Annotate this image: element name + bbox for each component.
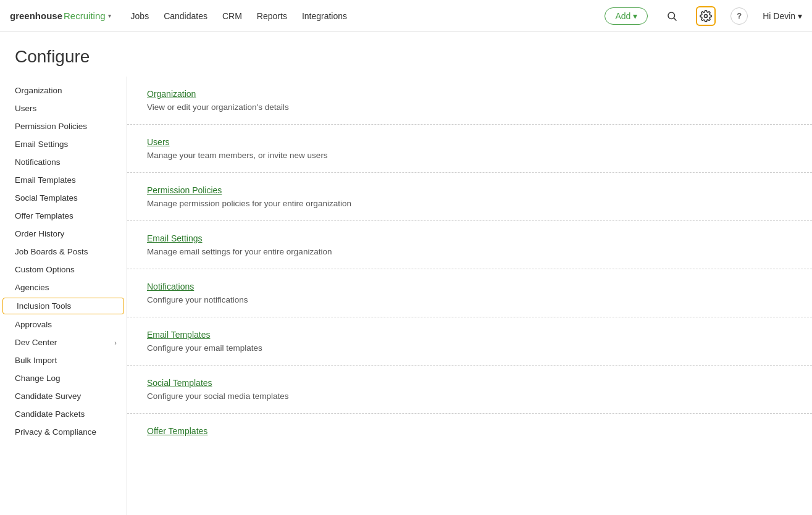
- sidebar-item-email-settings[interactable]: Email Settings: [0, 135, 127, 153]
- sidebar-label-privacy-compliance: Privacy & Compliance: [15, 427, 96, 437]
- svg-line-1: [674, 18, 677, 20]
- sidebar-item-organization[interactable]: Organization: [0, 82, 127, 99]
- search-button[interactable]: [663, 7, 681, 25]
- help-icon: ?: [737, 11, 742, 20]
- sidebar-item-email-templates[interactable]: Email Templates: [0, 171, 127, 189]
- sidebar: OrganizationUsersPermission PoliciesEmai…: [0, 77, 127, 515]
- add-button[interactable]: Add ▾: [605, 7, 648, 25]
- gear-icon: [700, 10, 712, 22]
- sidebar-label-users: Users: [15, 104, 36, 113]
- sidebar-label-dev-center: Dev Center: [15, 338, 57, 347]
- sidebar-label-bulk-import: Bulk Import: [15, 356, 57, 365]
- sidebar-label-offer-templates: Offer Templates: [15, 211, 73, 220]
- configure-desc-email-settings: Manage email settings for your entire or…: [147, 247, 792, 256]
- user-label: Hi Devin ▾: [763, 11, 802, 21]
- sidebar-chevron-dev-center: ›: [114, 339, 117, 346]
- user-menu[interactable]: Hi Devin ▾: [763, 11, 802, 21]
- search-icon: [666, 10, 677, 22]
- configure-title-social-templates[interactable]: Social Templates: [147, 378, 212, 388]
- sidebar-item-social-templates[interactable]: Social Templates: [0, 189, 127, 207]
- sidebar-label-organization: Organization: [15, 86, 62, 95]
- logo-recruiting: Recruiting: [64, 10, 106, 21]
- configure-desc-email-templates: Configure your email templates: [147, 343, 792, 353]
- nav-jobs[interactable]: Jobs: [131, 11, 149, 21]
- logo[interactable]: greenhouse Recruiting ▾: [10, 10, 111, 21]
- configure-item-email-templates: Email TemplatesConfigure your email temp…: [127, 317, 812, 366]
- configure-item-permission-policies: Permission PoliciesManage permission pol…: [127, 173, 812, 221]
- sidebar-item-permission-policies[interactable]: Permission Policies: [0, 117, 127, 135]
- configure-item-social-templates: Social TemplatesConfigure your social me…: [127, 366, 812, 414]
- sidebar-label-notifications: Notifications: [15, 157, 61, 167]
- configure-item-organization: OrganizationView or edit your organizati…: [127, 77, 812, 125]
- sidebar-item-order-history[interactable]: Order History: [0, 225, 127, 243]
- sidebar-item-users[interactable]: Users: [0, 99, 127, 117]
- sidebar-item-notifications[interactable]: Notifications: [0, 153, 127, 171]
- configure-title-email-settings[interactable]: Email Settings: [147, 233, 202, 243]
- configure-title-permission-policies[interactable]: Permission Policies: [147, 185, 222, 195]
- sidebar-label-email-settings: Email Settings: [15, 140, 68, 149]
- svg-point-0: [668, 12, 675, 19]
- sidebar-item-agencies[interactable]: Agencies: [0, 278, 127, 296]
- configure-item-users: UsersManage your team members, or invite…: [127, 125, 812, 173]
- logo-chevron: ▾: [108, 12, 111, 19]
- svg-point-2: [705, 14, 708, 17]
- configure-desc-social-templates: Configure your social media templates: [147, 391, 792, 401]
- page-container: Configure OrganizationUsersPermission Po…: [0, 32, 812, 515]
- configure-item-email-settings: Email SettingsManage email settings for …: [127, 221, 812, 269]
- sidebar-item-bulk-import[interactable]: Bulk Import: [0, 351, 127, 369]
- page-title: Configure: [0, 32, 812, 77]
- sidebar-label-permission-policies: Permission Policies: [15, 122, 87, 131]
- logo-greenhouse: greenhouse: [10, 10, 62, 21]
- sidebar-label-change-log: Change Log: [15, 374, 61, 383]
- nav-reports[interactable]: Reports: [257, 11, 287, 21]
- sidebar-item-offer-templates[interactable]: Offer Templates: [0, 207, 127, 225]
- sidebar-label-custom-options: Custom Options: [15, 265, 75, 274]
- configure-title-notifications[interactable]: Notifications: [147, 282, 194, 291]
- content-area: OrganizationUsersPermission PoliciesEmai…: [0, 77, 812, 515]
- help-button[interactable]: ?: [730, 7, 748, 25]
- sidebar-item-approvals[interactable]: Approvals: [0, 316, 127, 333]
- sidebar-label-agencies: Agencies: [15, 283, 49, 292]
- sidebar-item-inclusion-tools[interactable]: Inclusion Tools: [2, 298, 124, 314]
- nav-candidates[interactable]: Candidates: [164, 11, 207, 21]
- configure-item-notifications: NotificationsConfigure your notification…: [127, 269, 812, 317]
- configure-item-offer-templates: Offer Templates: [127, 414, 812, 452]
- configure-title-offer-templates[interactable]: Offer Templates: [147, 426, 207, 436]
- sidebar-label-inclusion-tools: Inclusion Tools: [17, 301, 71, 311]
- sidebar-label-social-templates: Social Templates: [15, 193, 78, 203]
- sidebar-item-custom-options[interactable]: Custom Options: [0, 261, 127, 278]
- configure-title-email-templates[interactable]: Email Templates: [147, 330, 210, 340]
- sidebar-item-change-log[interactable]: Change Log: [0, 369, 127, 387]
- sidebar-label-candidate-survey: Candidate Survey: [15, 391, 81, 401]
- main-content: OrganizationView or edit your organizati…: [127, 77, 812, 515]
- sidebar-label-candidate-packets: Candidate Packets: [15, 409, 85, 419]
- configure-desc-permission-policies: Manage permission policies for your enti…: [147, 199, 792, 208]
- nav-integrations[interactable]: Integrations: [302, 11, 347, 21]
- settings-button[interactable]: [696, 6, 716, 26]
- sidebar-label-email-templates: Email Templates: [15, 175, 76, 185]
- configure-desc-notifications: Configure your notifications: [147, 295, 792, 304]
- configure-desc-users: Manage your team members, or invite new …: [147, 151, 792, 160]
- sidebar-item-candidate-survey[interactable]: Candidate Survey: [0, 387, 127, 405]
- sidebar-item-job-boards-posts[interactable]: Job Boards & Posts: [0, 243, 127, 261]
- sidebar-item-candidate-packets[interactable]: Candidate Packets: [0, 405, 127, 423]
- top-nav: greenhouse Recruiting ▾ Jobs Candidates …: [0, 0, 812, 32]
- sidebar-item-dev-center[interactable]: Dev Center›: [0, 333, 127, 351]
- configure-title-organization[interactable]: Organization: [147, 89, 196, 99]
- configure-title-users[interactable]: Users: [147, 137, 170, 147]
- nav-crm[interactable]: CRM: [222, 11, 242, 21]
- sidebar-item-privacy-compliance[interactable]: Privacy & Compliance: [0, 423, 127, 441]
- sidebar-label-order-history: Order History: [15, 229, 64, 238]
- sidebar-label-job-boards-posts: Job Boards & Posts: [15, 247, 88, 256]
- sidebar-label-approvals: Approvals: [15, 320, 52, 329]
- configure-desc-organization: View or edit your organization's details: [147, 103, 792, 112]
